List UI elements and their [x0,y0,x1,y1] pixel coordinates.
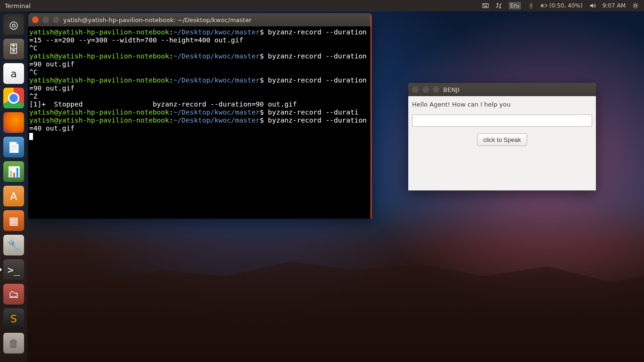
trash-icon: 🗑 [3,333,24,354]
benji-speak-button[interactable]: click to Speak [477,133,527,146]
files-open-icon: 🗂 [3,284,24,304]
svg-rect-2 [485,4,486,5]
launcher-item-dash-search[interactable]: ◎ [2,13,25,36]
benji-greeting: Hello Agent! How can I help you [412,101,592,108]
svg-rect-6 [546,5,547,7]
battery-text: (0:50, 40%) [549,2,583,9]
keyboard-layout-icon[interactable] [479,2,492,9]
benji-title: BENJI [443,86,460,93]
ubuntu-software-icon: A [3,186,24,206]
launcher-item-sublime-text[interactable]: S [2,307,25,330]
bluetooth-indicator-icon[interactable] [524,2,537,9]
system-settings-icon: 🔧 [3,235,24,255]
terminal-window[interactable]: yatish@yatish-hp-pavilion-notebook: ~/De… [28,13,372,219]
launcher-item-files[interactable]: 🗄 [2,38,25,60]
svg-rect-1 [484,4,485,5]
amazon-icon: a [3,63,24,84]
benji-window[interactable]: BENJI Hello Agent! How can I help you cl… [408,83,596,190]
active-app-title[interactable]: Terminal [2,2,33,9]
volume-indicator-icon[interactable] [586,2,599,9]
libreoffice-calc-icon: 📊 [3,161,24,182]
terminal-titlebar[interactable]: yatish@yatish-hp-pavilion-notebook: ~/De… [28,13,371,26]
firefox-icon [3,112,24,133]
sublime-text-icon: S [3,308,24,329]
battery-indicator[interactable]: (0:50, 40%) [537,2,586,9]
clock[interactable]: 9:07 AM [599,2,629,9]
launcher-item-amazon[interactable]: a [2,62,25,85]
window-maximize-button[interactable] [53,16,59,23]
launcher-item-trash[interactable]: 🗑 [2,332,25,354]
launcher-item-ubuntu-software[interactable]: A [2,185,25,207]
launcher-item-libreoffice-writer[interactable]: 📄 [2,136,25,158]
launcher-item-firefox[interactable] [2,111,25,134]
session-gear-icon[interactable] [629,2,642,9]
launcher-item-terminal[interactable]: >_ [2,258,25,281]
terminal-title: yatish@yatish-hp-pavilion-notebook: ~/De… [63,16,252,24]
window-maximize-button[interactable] [433,86,439,93]
benji-titlebar[interactable]: BENJI [408,83,596,96]
top-menubar: Terminal En₂ (0:50, 40%) 9:07 AM [0,0,644,11]
network-indicator-icon[interactable] [492,2,505,9]
window-minimize-button[interactable] [42,16,49,23]
terminal-output[interactable]: yatish@yatish-hp-pavilion-notebook:~/Des… [28,26,371,142]
svg-rect-4 [484,6,487,7]
libreoffice-writer-icon: 📄 [3,137,24,157]
svg-rect-3 [486,4,487,5]
libreoffice-impress-icon: ▦ [3,210,24,231]
svg-point-8 [634,4,636,7]
window-close-button[interactable] [32,16,39,23]
launcher-item-libreoffice-impress[interactable]: ▦ [2,209,25,232]
benji-command-input[interactable] [412,115,592,127]
window-minimize-button[interactable] [422,86,429,93]
keyboard-language-indicator[interactable]: En₂ [505,2,524,9]
dash-search-icon: ◎ [3,14,24,35]
launcher-item-libreoffice-calc[interactable]: 📊 [2,160,25,183]
svg-rect-0 [483,4,488,8]
terminal-icon: >_ [3,259,24,280]
chrome-icon [3,88,24,108]
unity-launcher: ◎🗄a📄📊A▦🔧>_🗂S🗑 [0,11,27,362]
wallpaper-mountains [0,239,644,362]
window-close-button[interactable] [412,86,419,93]
files-icon: 🗄 [3,39,24,59]
svg-rect-7 [541,5,543,7]
launcher-item-files-open[interactable]: 🗂 [2,283,25,305]
launcher-item-system-settings[interactable]: 🔧 [2,234,25,256]
terminal-cursor [29,133,33,140]
launcher-item-chrome[interactable] [2,87,25,109]
